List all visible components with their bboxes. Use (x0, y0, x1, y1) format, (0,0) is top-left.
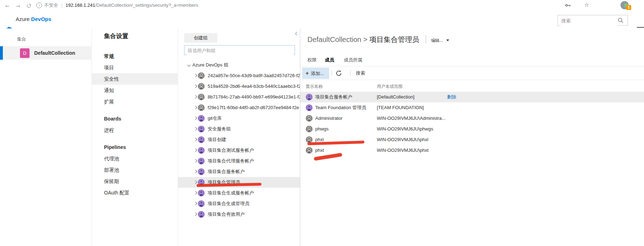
tree-item[interactable]: 8b71784c-27ab-4490-bb97-e699ed4123e1-f2e (178, 92, 300, 102)
column-username-scope: 用户名或范围 (377, 84, 402, 90)
page-title: 项目集合管理员 (369, 36, 419, 43)
expand-chevron-icon[interactable] (194, 85, 197, 88)
tree-item[interactable]: 项目创建 (178, 134, 300, 145)
back-button[interactable]: ← (3, 1, 12, 10)
refresh-button[interactable] (336, 70, 342, 76)
tree-item[interactable]: 项目集合生成服务帐户 (178, 188, 300, 198)
search-members-button[interactable]: 搜索 (356, 70, 365, 76)
column-display-name: 显示名称 (306, 84, 323, 90)
member-name: Administrator (315, 113, 343, 124)
url-path: /DefaultCollection/_settings/security?_a… (95, 2, 198, 8)
collection-sidebar: 集合 D DefaultCollection (0, 28, 92, 246)
group-icon (198, 168, 205, 175)
nav-section-general: 常规 (92, 50, 178, 62)
table-row[interactable]: Administrator WIN-OO29IVMJ6JU\Administra… (300, 113, 644, 124)
bookmark-star-icon[interactable]: ☆ (584, 1, 589, 8)
group-filter-box (184, 45, 295, 55)
sidebar-item-oauth-config[interactable]: OAuth 配置 (92, 187, 178, 198)
tree-item[interactable]: 安全服务组 (178, 124, 300, 134)
breadcrumb: DefaultCollection > 项目集合管理员编辑... (307, 34, 449, 45)
expand-chevron-icon[interactable] (194, 106, 197, 109)
user-icon (198, 93, 205, 101)
collapse-panel-icon[interactable] (294, 31, 300, 36)
add-member-button[interactable]: +添加... (302, 68, 329, 79)
sidebar-item-notifications[interactable]: 通知 (92, 85, 178, 96)
expand-chevron-icon[interactable] (194, 138, 197, 141)
table-row[interactable]: phwgs WIN-OO29IVMJ6JU\phwgs (300, 124, 644, 134)
key-icon[interactable] (565, 2, 571, 8)
tree-item-label: 519a4528-2bd6-4ea4-b3cb-5440c1aaebc3-f2e (208, 81, 300, 92)
expand-chevron-icon[interactable] (194, 191, 197, 195)
tree-item[interactable]: 项目集合代理服务帐户 (178, 156, 300, 166)
browser-window: ← → ⭯ i 不安全192.168.1.241/DefaultCollecti… (0, 0, 644, 246)
tree-item[interactable]: 242a857e-50ce-43d9-ba9f-3aa82457d726-f2e (178, 70, 300, 81)
expand-chevron-icon[interactable] (194, 202, 197, 205)
edit-menu-button[interactable]: 编辑... (431, 38, 449, 43)
tree-item[interactable]: 519a4528-2bd6-4ea4-b3cb-5440c1aaebc3-f2e (178, 81, 300, 92)
tree-root-azure-devops-groups[interactable]: Azure DevOps 组 (178, 60, 300, 70)
refresh-icon (336, 70, 342, 76)
forward-button[interactable]: → (14, 1, 23, 10)
expand-chevron-icon[interactable] (194, 74, 197, 77)
group-icon (198, 211, 205, 218)
tree-item[interactable]: f29e17f1-60bd-44f0-ab2f-d67207ee9484-f2e (178, 102, 300, 113)
sidebar-item-projects[interactable]: 项目 (92, 62, 178, 73)
settings-nav-list: 常规 项目 安全性 通知 扩展 Boards 进程 Pipelines 代理池 … (92, 50, 178, 198)
site-info-icon[interactable]: i (36, 2, 42, 8)
delete-link[interactable]: 删除 (447, 92, 456, 102)
create-group-button[interactable]: 创建组 (184, 33, 217, 43)
tab-member-of[interactable]: 成员所属 (344, 57, 362, 63)
sidebar-item-agent-pools[interactable]: 代理池 (92, 153, 178, 164)
table-header: 显示名称 用户名或范围 (300, 82, 644, 91)
expand-chevron-icon[interactable] (194, 213, 197, 216)
sidebar-item-extensions[interactable]: 扩展 (92, 96, 178, 107)
table-row[interactable]: 项目集合服务帐户 [DefaultCollection] 删除 (300, 92, 644, 102)
tree-item-label: 项目集合生成服务帐户 (208, 188, 254, 198)
expand-chevron-icon[interactable] (194, 170, 197, 173)
sidebar-item-process[interactable]: 进程 (92, 124, 178, 136)
members-panel: DefaultCollection > 项目集合管理员编辑... 权限 成员 成… (300, 28, 644, 246)
chevron-down-icon[interactable] (187, 63, 191, 67)
tree-item-label: 项目集合测试服务帐户 (208, 145, 254, 156)
user-icon (198, 72, 205, 79)
group-filter-input[interactable] (187, 46, 294, 55)
member-scope: WIN-OO29IVMJ6JU\phwgs (377, 124, 433, 134)
groups-panel: 创建组 Azure DevOps 组 242a857e-50ce-43d9-ba… (178, 28, 300, 246)
table-row[interactable]: Team Foundation 管理员 [TEAM FOUNDATION] (300, 102, 644, 113)
user-icon (198, 83, 205, 90)
tree-item-label: 安全服务组 (208, 124, 231, 134)
expand-chevron-icon[interactable] (194, 181, 197, 184)
table-row[interactable]: phxt WIN-OO29IVMJ6JU\phxt (300, 145, 644, 156)
user-icon (198, 104, 205, 111)
header-search-input[interactable] (561, 16, 617, 26)
group-icon (198, 200, 205, 207)
tab-members[interactable]: 成员 (325, 57, 334, 63)
search-icon[interactable] (618, 17, 624, 23)
sidebar-item-retention[interactable]: 保留期 (92, 176, 178, 187)
expand-chevron-icon[interactable] (194, 117, 197, 120)
tree-item[interactable]: 项目集合有效用户 (178, 209, 300, 220)
group-icon (198, 125, 205, 133)
expand-chevron-icon[interactable] (194, 149, 197, 152)
tree-item[interactable]: 项目集合生成管理员 (178, 198, 300, 209)
address-bar[interactable]: 不安全192.168.1.241/DefaultCollection/_sett… (44, 0, 198, 11)
collection-name: DefaultCollection (34, 50, 75, 56)
tree-item[interactable]: git仓库 (178, 113, 300, 124)
member-scope: [TEAM FOUNDATION] (377, 102, 424, 113)
group-icon (198, 157, 205, 165)
breadcrumb-parent[interactable]: DefaultCollection > (307, 36, 369, 43)
tree-item[interactable]: 项目集合测试服务帐户 (178, 145, 300, 156)
tab-permissions[interactable]: 权限 (307, 57, 317, 63)
tree-item[interactable]: 项目集合服务帐户 (178, 166, 300, 177)
sidebar-item-security[interactable]: 安全性 (92, 73, 178, 85)
group-icon (198, 189, 205, 197)
tree-item-label: git仓库 (208, 113, 222, 124)
sidebar-item-deployment-pools[interactable]: 部署池 (92, 164, 178, 176)
expand-chevron-icon[interactable] (194, 95, 197, 99)
user-icon (306, 115, 313, 122)
sidebar-item-defaultcollection[interactable]: D DefaultCollection (0, 46, 92, 60)
expand-chevron-icon[interactable] (194, 159, 197, 163)
brand-title[interactable]: Azure DevOps (16, 16, 51, 22)
reload-button[interactable]: ⭯ (24, 1, 33, 10)
expand-chevron-icon[interactable] (194, 127, 197, 131)
